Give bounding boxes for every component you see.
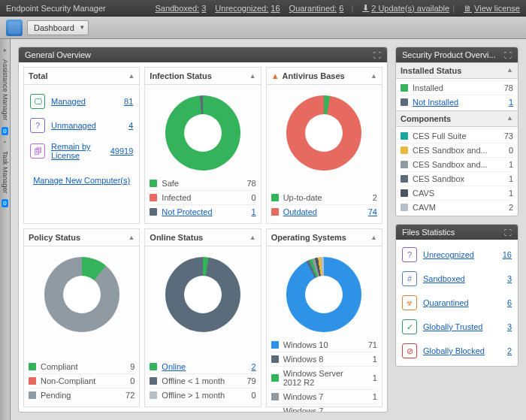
legend-label: Non-Compliant: [41, 376, 119, 385]
row-unmanaged[interactable]: ? Unmanaged 4: [29, 113, 135, 137]
file-stat-row[interactable]: ⊘Globally Blocked2: [401, 339, 513, 363]
stat-quarantined[interactable]: Quarantined: 6: [289, 4, 344, 13]
color-swatch: [401, 161, 408, 168]
license-icon: 🗐: [30, 144, 45, 159]
legend-row[interactable]: Not Protected1: [150, 204, 255, 219]
panel-title: Security Product Overvi...: [402, 50, 496, 59]
legend-value[interactable]: 2: [241, 362, 256, 371]
legend-value: 71: [362, 340, 377, 349]
color-swatch: [150, 391, 157, 399]
legend-label: CES Sandbox and...: [413, 146, 498, 155]
files-statistics-panel: Files Statistics⛶ ?Unrecognized16#Sandbo…: [395, 224, 518, 367]
legend-value: 2: [362, 193, 377, 202]
legend-row: Windows 81: [271, 352, 377, 366]
monitor-question-icon: ?: [30, 118, 45, 133]
legend-label[interactable]: Outdated: [283, 207, 362, 216]
collapse-icon[interactable]: ▲: [128, 72, 135, 80]
color-swatch: [401, 98, 408, 106]
collapse-icon[interactable]: ▲: [249, 234, 256, 241]
updates-link[interactable]: ⬇2 Update(s) available: [362, 3, 449, 13]
color-swatch: [401, 175, 408, 183]
row-remain-license[interactable]: 🗐 Remain by License 49919: [29, 137, 135, 165]
file-stat-value: 3: [507, 274, 512, 283]
file-stat-row[interactable]: ☣Quarantined6: [401, 291, 513, 315]
collapse-icon[interactable]: ▲: [506, 66, 513, 75]
legend-label[interactable]: Not Protected: [162, 207, 240, 216]
topbar: Endpoint Security Manager Sandboxed: 3 U…: [0, 0, 526, 17]
color-swatch: [150, 208, 157, 216]
color-swatch: [29, 377, 36, 385]
legend-label: CES Sandbox and...: [413, 160, 498, 169]
legend-value: 1: [362, 373, 377, 382]
color-swatch: [271, 194, 279, 201]
legend-value: 1: [498, 174, 513, 183]
legend-value[interactable]: 74: [362, 207, 377, 216]
task-badge: 0: [2, 199, 8, 207]
legend-label: CAVM: [413, 203, 498, 212]
license-link[interactable]: 🗎View license: [464, 4, 520, 13]
expand-icon[interactable]: ⛶: [504, 228, 512, 237]
legend-value: 73: [498, 131, 513, 141]
card-total: Total▲ 🖵 Managed 81 ? Unmanaged 4: [23, 67, 140, 224]
sidebar-task-manager[interactable]: Task Manager: [2, 148, 9, 197]
sidebar-assistance-manager[interactable]: Assistance Manager: [2, 56, 9, 124]
color-swatch: [401, 147, 408, 154]
color-swatch: [401, 84, 408, 92]
legend-row: Pending72: [29, 388, 135, 402]
legend-value: 9: [119, 362, 135, 371]
expand-icon[interactable]: ⛶: [504, 51, 512, 59]
stat-unrecognized[interactable]: Unrecognized: 16: [215, 4, 280, 13]
legend-row: CAVS1: [401, 186, 513, 200]
file-stat-value: 2: [507, 346, 512, 355]
legend-value[interactable]: 1: [241, 207, 256, 216]
file-stat-row[interactable]: ?Unrecognized16: [401, 243, 513, 267]
tab-dashboard[interactable]: Dashboard: [27, 20, 89, 35]
card-title: Infection Status: [150, 71, 212, 80]
legend-value: 78: [498, 83, 513, 92]
online-donut-chart: [165, 257, 240, 332]
legend-row: Up-to-date2: [271, 191, 377, 204]
legend-row: Compliant9: [29, 360, 135, 373]
legend-row[interactable]: Not Installed1: [401, 95, 513, 109]
legend-label[interactable]: Online: [162, 362, 240, 371]
legend-label: Pending: [41, 391, 119, 400]
unrecognized-icon: ?: [402, 247, 417, 262]
legend-row[interactable]: Outdated74: [271, 204, 377, 219]
color-swatch: [29, 363, 36, 370]
file-stat-value: 16: [503, 250, 512, 259]
file-stat-row[interactable]: ✓Globally Trusted3: [401, 315, 513, 339]
card-title: Operating Systems: [271, 233, 346, 242]
subheader-components: Components: [401, 114, 451, 123]
file-stat-label: Quarantined: [423, 298, 501, 307]
download-icon: ⬇: [362, 3, 369, 13]
sandboxed-icon: #: [402, 271, 417, 286]
expand-icon[interactable]: ⛶: [373, 51, 381, 59]
legend-label: Offline > 1 month: [162, 391, 240, 400]
left-sidebar: ▸ Assistance Manager 0 • Task Manager 0: [0, 39, 11, 420]
collapse-icon[interactable]: ▲: [370, 72, 377, 80]
collapse-icon[interactable]: ▲: [506, 114, 513, 123]
card-antivirus: ▲Antivirus Bases▲ Up-to-date2Outdated74: [266, 67, 382, 224]
subheader-installed: Installed Status: [401, 66, 461, 75]
collapse-icon[interactable]: ▲: [128, 234, 135, 241]
color-swatch: [29, 391, 36, 399]
collapse-icon[interactable]: ▲: [249, 72, 256, 80]
color-swatch: [271, 355, 279, 363]
color-swatch: [271, 374, 279, 382]
legend-label: Compliant: [41, 362, 119, 371]
collapse-icon[interactable]: ▲: [370, 234, 377, 241]
color-swatch: [150, 363, 157, 370]
card-title: Total: [29, 71, 47, 80]
legend-value[interactable]: 1: [498, 98, 513, 107]
stat-sandboxed[interactable]: Sandboxed: 3: [155, 4, 206, 13]
quarantined-icon: ☣: [402, 295, 417, 310]
file-stat-row[interactable]: #Sandboxed3: [401, 267, 513, 291]
file-stat-value: 6: [507, 298, 512, 307]
card-title: Policy Status: [29, 233, 80, 242]
manage-new-computers-link[interactable]: Manage New Computer(s): [29, 176, 135, 185]
legend-label[interactable]: Not Installed: [413, 98, 498, 107]
infection-donut-chart: [165, 95, 240, 171]
row-managed[interactable]: 🖵 Managed 81: [29, 89, 135, 113]
overview-panel: General Overview ⛶ Total▲ 🖵 Managed 81 ?: [18, 47, 388, 412]
legend-row[interactable]: Online2: [150, 360, 255, 373]
